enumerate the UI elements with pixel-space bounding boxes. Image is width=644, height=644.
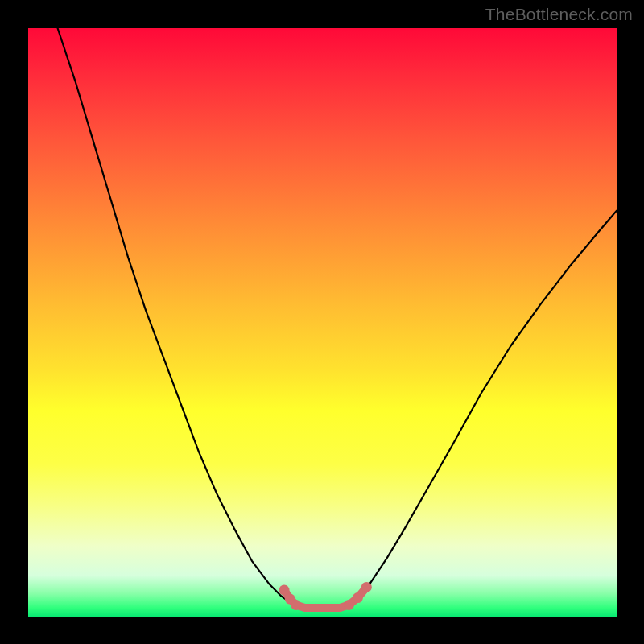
- bottleneck-curve: [58, 28, 617, 608]
- marker-dot: [279, 585, 289, 596]
- outer-frame: TheBottleneck.com: [0, 0, 644, 644]
- watermark-text: TheBottleneck.com: [485, 5, 633, 24]
- marker-dot: [291, 600, 301, 610]
- marker-dot: [353, 592, 363, 603]
- marker-dot: [344, 600, 354, 610]
- marker-dot: [361, 582, 372, 592]
- chart-plot-area: [28, 28, 617, 617]
- chart-svg: [28, 28, 617, 617]
